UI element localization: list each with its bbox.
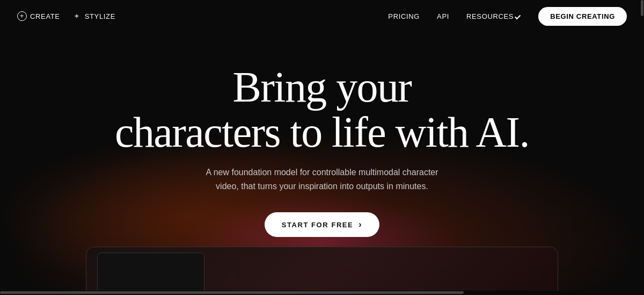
pricing-label: PRICING bbox=[388, 12, 420, 20]
brush-icon: ✦ bbox=[73, 12, 82, 20]
start-for-free-button[interactable]: START FOR FREE › bbox=[265, 212, 379, 237]
arrow-right-icon: › bbox=[358, 220, 362, 229]
api-link[interactable]: API bbox=[437, 12, 449, 20]
api-label: API bbox=[437, 12, 449, 20]
start-button-label: START FOR FREE bbox=[282, 221, 354, 229]
create-nav-item[interactable]: CREATE bbox=[17, 11, 60, 21]
video-preview-inner bbox=[86, 247, 558, 295]
begin-creating-button[interactable]: BEGIN CREATING bbox=[538, 7, 627, 26]
nav-left: CREATE ✦ STYLIZE bbox=[17, 11, 115, 21]
hero-subtitle: A new foundation model for controllable … bbox=[193, 166, 451, 193]
navbar: CREATE ✦ STYLIZE PRICING API RESOURCES B… bbox=[0, 0, 644, 32]
stylize-nav-item[interactable]: ✦ STYLIZE bbox=[73, 12, 115, 20]
scrollbar-thumb-right bbox=[641, 0, 643, 16]
scrollbar-thumb-bottom bbox=[0, 291, 464, 294]
hero-section: Bring your characters to life with AI. A… bbox=[0, 32, 644, 295]
resources-label: RESOURCES bbox=[466, 12, 514, 20]
pricing-link[interactable]: PRICING bbox=[388, 12, 420, 20]
page-scrollbar-right[interactable] bbox=[640, 0, 644, 295]
hero-title-line2: characters to life with AI. bbox=[115, 109, 529, 156]
video-preview bbox=[86, 247, 558, 295]
hero-content: Bring your characters to life with AI. A… bbox=[115, 64, 529, 237]
hero-title-line1: Bring your bbox=[233, 63, 412, 111]
create-icon bbox=[17, 11, 27, 21]
page-scrollbar-bottom[interactable] bbox=[0, 291, 644, 295]
chevron-down-icon bbox=[515, 13, 521, 19]
hero-title: Bring your characters to life with AI. bbox=[115, 64, 529, 155]
video-inner-card bbox=[97, 253, 204, 295]
nav-right: PRICING API RESOURCES BEGIN CREATING bbox=[388, 7, 627, 26]
stylize-label: STYLIZE bbox=[85, 12, 115, 20]
resources-link[interactable]: RESOURCES bbox=[466, 12, 521, 20]
create-label: CREATE bbox=[30, 12, 60, 20]
